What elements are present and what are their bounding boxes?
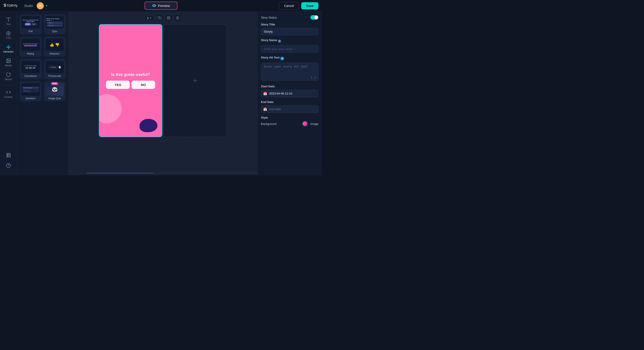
eye-icon	[152, 4, 156, 7]
background-preview	[302, 121, 308, 126]
countdown-preview: It's almost my b-day! 01:02:44	[22, 61, 40, 73]
story-decoration-circle	[99, 94, 122, 123]
preview-button[interactable]: Preview	[144, 1, 177, 10]
story-alt-text-label: Story Alt Text	[261, 56, 280, 59]
sidebar-item-cta[interactable]: CTA	[1, 29, 16, 41]
canvas-scrollbar[interactable]	[86, 173, 257, 174]
poll-label: Poll	[28, 30, 33, 33]
header-center: Preview	[144, 1, 177, 10]
svg-point-6	[8, 60, 8, 60]
svg-point-11	[168, 17, 168, 18]
preview-label: Preview	[158, 4, 170, 7]
story-status-toggle[interactable]	[310, 15, 318, 20]
sidebar-item-interactive[interactable]: Interactive	[1, 43, 16, 55]
reaction-thumbsdown-icon: 👎	[55, 43, 60, 47]
story-canvas-placeholder[interactable]: +	[163, 24, 227, 137]
panel-card-countdown[interactable]: It's almost my b-day! 01:02:44 Countdown	[20, 59, 42, 79]
countdown-label: Countdown	[24, 75, 37, 77]
start-date-input[interactable]	[261, 90, 318, 97]
style-label: Style	[261, 116, 318, 119]
canvas-toolbar: 1 ▼	[144, 14, 181, 21]
quiz-label: Quiz	[52, 30, 57, 33]
story-canvas[interactable]: Is this guide useful? YES NO	[99, 24, 162, 137]
start-date-label: Start Date	[261, 85, 318, 88]
question-preview: Ask a Question Tap to ask...	[22, 83, 40, 96]
background-type-label: Image	[310, 122, 318, 126]
copy-icon: 📋	[58, 66, 61, 68]
sticker-icon	[6, 72, 11, 77]
sidebar-item-label-embed: Embed	[4, 96, 12, 98]
imagequiz-preview: 🐼	[46, 83, 64, 96]
story-poll-no: NO	[132, 81, 155, 89]
save-button[interactable]: Save	[301, 2, 318, 9]
canvas-scrollbar-thumb	[86, 173, 154, 174]
story-title-section: Story Title	[261, 23, 318, 38]
story-alt-text-input[interactable]	[261, 63, 318, 81]
start-date-wrapper: 📅	[261, 90, 318, 97]
variable-icon: {.}	[310, 76, 316, 79]
panel-card-question[interactable]: Ask a Question Tap to ask... Question	[20, 81, 42, 101]
end-date-section: End Date 📅	[261, 100, 318, 113]
cancel-button[interactable]: Cancel	[279, 2, 299, 9]
background-value-row: Image	[302, 121, 318, 126]
interactive-icon	[6, 45, 11, 50]
story-canvas-wrapper: Is this guide useful? YES NO +	[99, 24, 227, 137]
sidebar-item-embed[interactable]: Embed	[1, 88, 16, 100]
trash-icon	[176, 16, 179, 20]
story-alt-text-wrapper: {.}	[261, 63, 318, 82]
accessibility-icon: ♿	[280, 57, 284, 60]
sidebar-item-table[interactable]	[1, 151, 16, 160]
sidebar-divider	[4, 85, 13, 85]
story-alt-text-label-row: Story Alt Text ♿	[261, 56, 318, 61]
story-name-input[interactable]	[261, 45, 318, 53]
logo: S TORYly	[4, 2, 22, 9]
panel-card-promocode[interactable]: Coupon 📋 Promocode	[44, 59, 66, 79]
story-poll-yes: YES	[106, 81, 130, 89]
panel-card-quiz[interactable]: What is the largest living...? ○ Option …	[44, 14, 66, 34]
sidebar-item-text[interactable]: Text	[1, 15, 16, 27]
story-status-label: Story Status	[261, 16, 277, 19]
avatar-button[interactable]	[37, 2, 44, 9]
story-decoration-blob	[140, 119, 158, 132]
duplicate-icon	[158, 16, 162, 20]
header: S TORYly Studio ▼ Preview Cancel Save	[0, 0, 322, 12]
story-poll-question: Is this guide useful?	[106, 72, 155, 77]
svg-rect-9	[159, 17, 161, 19]
style-section: Style Background Image	[261, 116, 318, 126]
cta-icon	[6, 31, 11, 36]
background-row: Background Image	[261, 121, 318, 126]
avatar-chevron-icon: ▼	[46, 4, 48, 7]
image-button[interactable]	[165, 14, 172, 21]
page-selector[interactable]: 1 ▼	[144, 15, 154, 21]
panel-card-poll[interactable]: Are you excited for the grand sale? YES …	[20, 14, 42, 34]
panel-card-image-quiz[interactable]: New 🐼 Image Quiz	[44, 81, 66, 101]
text-icon	[6, 17, 11, 22]
panel-card-rating[interactable]: Do you like my eyes? Rating	[20, 37, 42, 57]
sidebar-bottom	[0, 151, 17, 172]
promocode-label: Promocode	[48, 75, 61, 77]
calendar-end-icon: 📅	[263, 107, 267, 111]
sidebar-item-media[interactable]: Media	[1, 56, 16, 69]
reaction-preview: 👍 👎	[46, 38, 64, 51]
story-name-label: Story Name	[261, 38, 277, 42]
reaction-label: Reaction	[50, 52, 60, 55]
right-panel: Story Status Story Title Story Name i St…	[257, 12, 322, 175]
page-number: 1	[147, 16, 148, 20]
help-icon	[6, 163, 11, 168]
duplicate-button[interactable]	[156, 14, 163, 21]
embed-icon	[6, 90, 11, 95]
sidebar-item-help[interactable]	[1, 161, 16, 170]
panel-card-reaction[interactable]: 👍 👎 Reaction	[44, 37, 66, 57]
story-name-section: Story Name i	[261, 38, 318, 56]
media-icon	[6, 58, 11, 63]
story-alt-text-section: Story Alt Text ♿ {.}	[261, 56, 318, 82]
delete-button[interactable]	[174, 14, 181, 21]
end-date-input[interactable]	[261, 105, 318, 113]
promocode-preview: Coupon 📋	[46, 61, 64, 73]
story-title-input[interactable]	[261, 28, 318, 35]
studio-label: Studio	[24, 4, 33, 7]
story-name-label-row: Story Name i	[261, 38, 318, 43]
sidebar-item-sticker[interactable]: Sticker	[1, 70, 16, 82]
rating-preview: Do you like my eyes?	[22, 38, 40, 51]
calendar-icon: 📅	[263, 92, 267, 95]
